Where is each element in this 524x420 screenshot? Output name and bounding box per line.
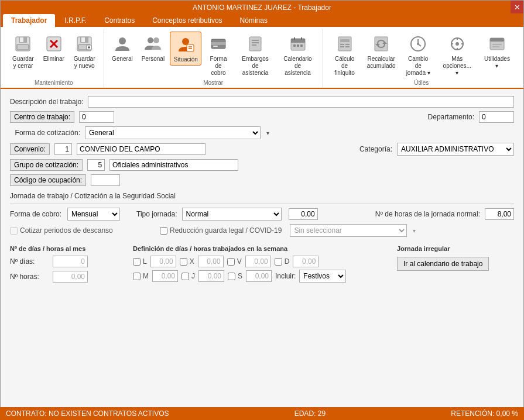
ribbon-group-utiles: Cálculo definiquito Recalcularacumulado [323, 29, 520, 88]
tab-nominas[interactable]: Nóminas [232, 14, 276, 27]
day-V-checkbox[interactable] [227, 258, 235, 266]
codigo-ocupacion-button[interactable]: Código de ocupación: [10, 174, 86, 186]
svg-point-15 [148, 37, 153, 43]
day-L-label: L [133, 257, 147, 266]
eliminar-button[interactable]: Eliminar [40, 32, 68, 64]
ribbon-group-mostrar: General Personal [104, 29, 323, 88]
svg-point-49 [455, 42, 459, 46]
day-S-checkbox[interactable] [228, 273, 235, 280]
categoria-select[interactable]: AUXILIAR ADMINISTRATIVO [397, 143, 514, 156]
tipo-jornada-select[interactable]: Normal [182, 208, 282, 221]
day-X-input[interactable] [198, 256, 224, 267]
close-button[interactable]: ✕ [511, 1, 523, 13]
svg-rect-9 [81, 37, 85, 42]
descripcion-label: Descripción del trabajo: [10, 98, 83, 106]
three-col-section: Nº de días / horas al mes Nº días: Nº ho… [10, 240, 514, 286]
mantenimiento-label: Mantenimiento [9, 78, 99, 88]
convenio-categoria-row: Convenio: Categoría: AUXILIAR ADMINISTRA… [10, 143, 514, 156]
situacion-button[interactable]: Situación [170, 32, 201, 66]
day-L-checkbox[interactable] [133, 258, 141, 266]
day-L-input[interactable] [150, 256, 176, 267]
svg-point-14 [119, 37, 126, 44]
sin-seleccionar-select[interactable]: Sin seleccionar [290, 224, 407, 237]
day-D-checkbox[interactable] [275, 258, 282, 266]
forma-cobro-select[interactable]: Mensual [67, 208, 120, 221]
day-V-input[interactable] [245, 256, 271, 267]
svg-rect-36 [340, 39, 350, 42]
svg-rect-32 [293, 44, 296, 47]
codigo-ocupacion-input[interactable] [91, 174, 120, 186]
convenio-button[interactable]: Convenio: [10, 143, 50, 155]
cotizar-checkbox[interactable] [10, 227, 18, 235]
day-J-label: J [181, 272, 195, 280]
cotizar-reduccion-row: Cotizar periodos de descanso Reducción g… [10, 224, 514, 237]
ir-calendario-button[interactable]: Ir al calendario de trabajo [397, 257, 489, 271]
calendario-button[interactable]: Calendariode asistencia [278, 32, 317, 78]
day-J-letter: J [191, 272, 195, 280]
day-M-letter: M [143, 272, 149, 280]
embargos-icon [245, 33, 266, 54]
mas-opciones-label: Másopciones... ▾ [441, 56, 473, 77]
recalcular-button[interactable]: Recalcularacumulado [364, 32, 398, 71]
convenio-name-input[interactable] [77, 143, 206, 155]
num-horas-label: Nº de horas de la jornada normal: [375, 210, 480, 218]
num-horas-input[interactable] [485, 208, 514, 220]
general-button[interactable]: General [109, 32, 136, 64]
dias-horas-mes-col: Nº de días / horas al mes Nº días: Nº ho… [10, 240, 127, 286]
jornada-hours-input[interactable] [289, 208, 318, 220]
day-S-input[interactable] [246, 270, 272, 282]
num-dias-input[interactable] [53, 256, 88, 267]
grupo-name-input[interactable] [109, 159, 238, 171]
incluir-select[interactable]: Festivos [299, 270, 346, 283]
personal-button[interactable]: Personal [138, 32, 167, 64]
day-D-input[interactable] [293, 256, 318, 267]
svg-point-17 [182, 38, 189, 45]
day-J-checkbox[interactable] [181, 273, 189, 280]
incluir-label: Incluir: [275, 272, 296, 280]
forma-cotizacion-select[interactable]: General [85, 126, 261, 139]
grupo-cotizacion-button[interactable]: Grupo de cotización: [10, 159, 83, 171]
centro-trabajo-input[interactable] [79, 111, 114, 123]
eliminar-label: Eliminar [43, 56, 64, 63]
day-M-input[interactable] [152, 270, 178, 282]
guardar-cerrar-button[interactable]: Guardary cerrar [9, 32, 37, 71]
tab-contratos[interactable]: Contratos [96, 14, 143, 27]
centro-trabajo-button[interactable]: Centro de trabajo: [10, 111, 74, 123]
tab-trabajador[interactable]: Trabajador [3, 14, 55, 27]
forma-cobro-button[interactable]: Formade cobro [204, 32, 233, 78]
day-M-checkbox[interactable] [133, 273, 141, 280]
forma-cotizacion-label: Forma de cotización: [10, 129, 80, 137]
cambio-jornada-button[interactable]: Cambio dejornada ▾ [401, 32, 436, 78]
edad-status: EDAD: 29 [294, 409, 326, 418]
departamento-input[interactable] [479, 111, 514, 123]
mas-opciones-button[interactable]: Másopciones... ▾ [438, 32, 477, 78]
departamento-label: Departamento: [428, 113, 474, 121]
mas-opciones-icon [447, 33, 468, 54]
day-D-label: D [275, 257, 290, 266]
convenio-code-input[interactable] [54, 143, 72, 155]
tab-irpf[interactable]: I.R.P.F. [56, 14, 95, 27]
day-X-checkbox[interactable] [180, 258, 187, 266]
utiles-label: Útiles [328, 78, 515, 88]
tab-conceptos[interactable]: Conceptos retributivos [144, 14, 230, 27]
utilidades-button[interactable]: Utilidades ▾ [479, 32, 515, 71]
jornada-irregular-header: Jornada irregular [397, 245, 514, 252]
guardar-nuevo-button[interactable]: Guardary nuevo [70, 32, 99, 71]
reduccion-checkbox[interactable] [160, 227, 167, 235]
forma-cobro-label: Formade cobro [207, 56, 230, 77]
num-dias-label: Nº días: [10, 257, 48, 266]
grupo-code-input[interactable] [87, 159, 105, 171]
descripcion-input[interactable] [88, 96, 514, 108]
day-M-label: M [133, 272, 149, 280]
num-horas-mes-input[interactable] [53, 271, 88, 283]
reduccion-label: Reducción guarda legal / COVID-19 [170, 226, 282, 235]
grupo-cotizacion-row: Grupo de cotización: [10, 159, 514, 171]
categoria-label: Categoría: [359, 145, 392, 153]
descripcion-row: Descripción del trabajo: [10, 96, 514, 108]
svg-rect-55 [490, 38, 504, 42]
embargos-button[interactable]: Embargosde asistencia [235, 32, 275, 78]
guardar-nuevo-icon [74, 33, 95, 54]
calculo-finiquito-button[interactable]: Cálculo definiquito [328, 32, 362, 78]
day-J-input[interactable] [198, 270, 224, 282]
general-label: General [112, 56, 133, 63]
